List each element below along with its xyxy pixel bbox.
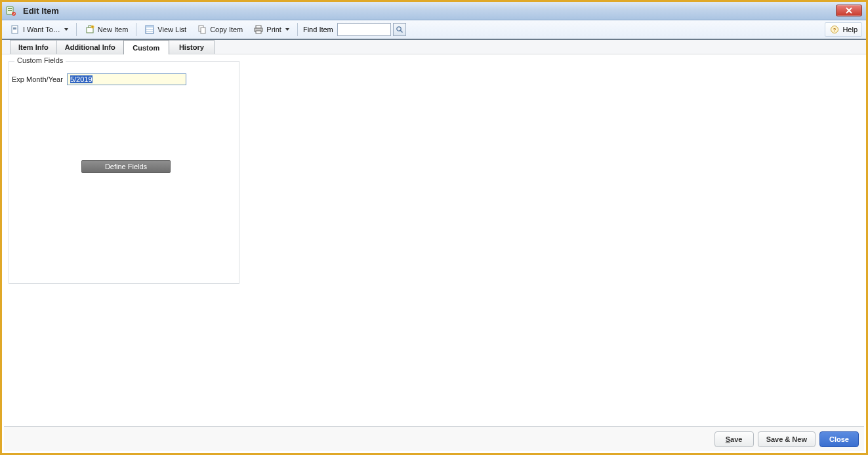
new-item-icon	[85, 24, 95, 35]
footer: Save Save & New Close	[4, 426, 864, 451]
new-item-label: New Item	[98, 26, 128, 33]
i-want-to-menu[interactable]: I Want To…	[6, 22, 72, 37]
button-label: Save	[726, 435, 743, 443]
svg-line-21	[400, 31, 402, 33]
svg-rect-12	[146, 26, 154, 28]
close-window-icon	[845, 7, 853, 14]
svg-rect-19	[256, 31, 261, 33]
field-row: Exp Month/Year	[12, 73, 235, 85]
titlebar: Edit Item	[2, 2, 866, 20]
tab-label: Custom	[133, 44, 159, 52]
printer-icon	[253, 24, 264, 35]
tabstrip: Item Info Additional Info Custom History	[2, 40, 866, 54]
list-icon	[144, 24, 155, 35]
tab-additional-info[interactable]: Additional Info	[56, 40, 124, 54]
tab-label: Additional Info	[65, 43, 115, 51]
copy-item-label: Copy Item	[210, 26, 243, 33]
tab-label: History	[179, 43, 204, 51]
svg-rect-5	[13, 27, 16, 28]
toolbar-separator	[136, 23, 136, 36]
exp-month-year-input[interactable]	[67, 73, 186, 85]
tab-item-info[interactable]: Item Info	[10, 40, 57, 54]
custom-fields-group: Custom Fields Exp Month/Year Define Fiel…	[9, 61, 239, 284]
chevron-down-icon	[64, 28, 68, 31]
view-list-label: View List	[157, 26, 186, 33]
find-item-input[interactable]	[337, 23, 391, 36]
svg-rect-2	[8, 10, 12, 11]
tab-custom[interactable]: Custom	[123, 40, 169, 54]
svg-text:?: ?	[833, 27, 837, 33]
window-close-button[interactable]	[836, 5, 862, 16]
content-area: Custom Fields Exp Month/Year Define Fiel…	[2, 54, 866, 428]
button-label: Close	[829, 435, 849, 443]
toolbar: I Want To… New Item View List Copy Item …	[2, 20, 866, 40]
find-item-label: Find Item	[303, 26, 333, 33]
define-fields-button[interactable]: Define Fields	[81, 160, 171, 173]
help-label: Help	[842, 26, 858, 33]
save-and-new-button[interactable]: Save & New	[758, 431, 816, 447]
svg-rect-17	[256, 26, 261, 28]
window-title: Edit Item	[23, 6, 59, 16]
define-fields-label: Define Fields	[105, 163, 147, 170]
exp-month-year-label: Exp Month/Year	[12, 75, 63, 83]
svg-rect-16	[201, 28, 205, 33]
print-menu[interactable]: Print	[249, 22, 293, 37]
chevron-down-icon	[285, 28, 289, 31]
find-item-search-button[interactable]	[393, 23, 406, 36]
copy-icon	[197, 24, 207, 35]
save-button[interactable]: Save	[714, 431, 754, 447]
custom-fields-legend: Custom Fields	[14, 56, 66, 64]
help-button[interactable]: ? Help	[825, 22, 862, 37]
help-icon: ?	[829, 24, 840, 35]
document-icon	[10, 24, 20, 35]
search-icon	[396, 26, 403, 33]
view-list-button[interactable]: View List	[140, 22, 190, 37]
svg-point-20	[397, 27, 401, 31]
new-item-button[interactable]: New Item	[81, 22, 132, 37]
copy-item-button[interactable]: Copy Item	[193, 22, 247, 37]
app-icon	[6, 6, 16, 16]
button-label: Save & New	[766, 435, 807, 443]
toolbar-separator	[76, 23, 77, 36]
i-want-to-label: I Want To…	[23, 26, 60, 33]
tab-history[interactable]: History	[169, 40, 215, 54]
svg-rect-6	[13, 28, 16, 29]
svg-rect-1	[8, 8, 12, 9]
print-label: Print	[266, 26, 281, 33]
close-button[interactable]: Close	[819, 431, 859, 447]
toolbar-separator	[297, 23, 298, 36]
svg-rect-9	[89, 26, 91, 28]
tab-label: Item Info	[18, 43, 49, 51]
svg-rect-7	[13, 30, 16, 30]
